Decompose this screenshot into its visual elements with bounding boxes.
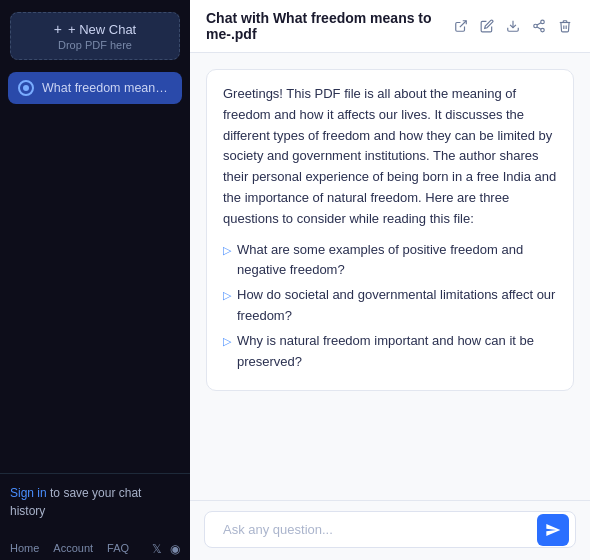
svg-line-6 xyxy=(537,23,541,25)
input-wrapper xyxy=(204,511,576,548)
chat-header: Chat with What freedom means to me-.pdf xyxy=(190,0,590,53)
nav-faq[interactable]: FAQ xyxy=(107,542,129,556)
discord-icon[interactable]: ◉ xyxy=(170,542,180,556)
message-intro: Greetings! This PDF file is all about th… xyxy=(223,84,557,230)
main-panel: Chat with What freedom means to me-.pdf xyxy=(190,0,590,560)
nav-home[interactable]: Home xyxy=(10,542,39,556)
plus-icon: + xyxy=(54,21,62,37)
twitter-icon[interactable]: 𝕏 xyxy=(152,542,162,556)
sidebar-nav: Home Account FAQ 𝕏 ◉ xyxy=(0,534,190,560)
new-chat-label: + New Chat xyxy=(68,22,136,37)
header-actions xyxy=(452,17,574,35)
sidebar-footer: Sign in to save your chat history xyxy=(0,473,190,534)
chat-icon xyxy=(18,80,34,96)
svg-point-4 xyxy=(541,28,545,32)
question-item-2: ▷ How do societal and governmental limit… xyxy=(223,285,557,327)
svg-point-3 xyxy=(534,24,538,28)
drop-pdf-label: Drop PDF here xyxy=(23,39,167,51)
svg-line-0 xyxy=(460,21,466,27)
chat-messages: Greetings! This PDF file is all about th… xyxy=(190,53,590,500)
edit-button[interactable] xyxy=(478,17,496,35)
chat-list: What freedom means to me-... xyxy=(0,66,190,473)
question-text-1: What are some examples of positive freed… xyxy=(237,240,557,282)
signin-link[interactable]: Sign in xyxy=(10,486,47,500)
question-item-3: ▷ Why is natural freedom important and h… xyxy=(223,331,557,373)
send-button[interactable] xyxy=(537,514,569,546)
chat-input[interactable] xyxy=(217,512,537,547)
download-button[interactable] xyxy=(504,17,522,35)
question-text-3: Why is natural freedom important and how… xyxy=(237,331,557,373)
question-item-1: ▷ What are some examples of positive fre… xyxy=(223,240,557,282)
new-chat-button[interactable]: + + New Chat Drop PDF here xyxy=(10,12,180,60)
external-link-button[interactable] xyxy=(452,17,470,35)
question-list: ▷ What are some examples of positive fre… xyxy=(223,240,557,373)
nav-account[interactable]: Account xyxy=(53,542,93,556)
svg-line-5 xyxy=(537,27,541,29)
arrow-icon-3: ▷ xyxy=(223,333,231,351)
delete-button[interactable] xyxy=(556,17,574,35)
social-icons: 𝕏 ◉ xyxy=(152,542,180,556)
message-bubble: Greetings! This PDF file is all about th… xyxy=(206,69,574,391)
svg-point-2 xyxy=(541,20,545,24)
chat-list-item[interactable]: What freedom means to me-... xyxy=(8,72,182,104)
chat-title: Chat with What freedom means to me-.pdf xyxy=(206,10,452,42)
arrow-icon-1: ▷ xyxy=(223,242,231,260)
sidebar: + + New Chat Drop PDF here What freedom … xyxy=(0,0,190,560)
chat-input-area xyxy=(190,500,590,560)
arrow-icon-2: ▷ xyxy=(223,287,231,305)
share-button[interactable] xyxy=(530,17,548,35)
signin-text: Sign in to save your chat history xyxy=(10,484,180,520)
chat-item-label: What freedom means to me-... xyxy=(42,81,172,95)
question-text-2: How do societal and governmental limitat… xyxy=(237,285,557,327)
